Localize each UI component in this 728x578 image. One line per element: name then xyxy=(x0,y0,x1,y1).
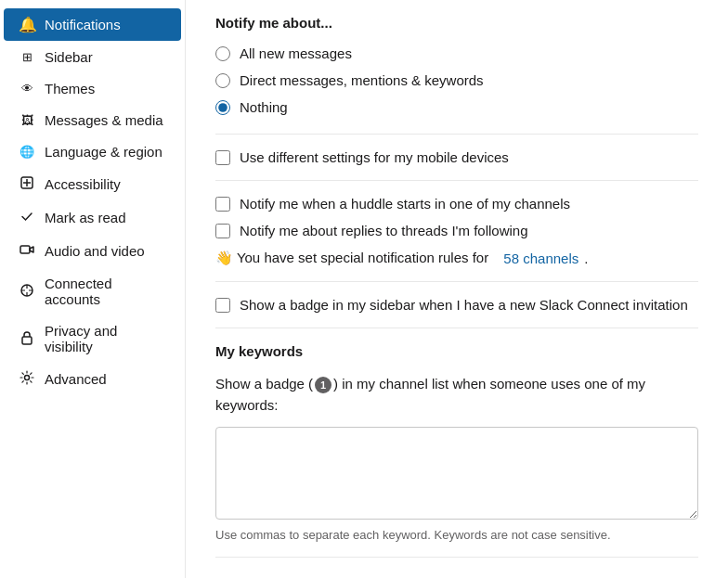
slack-connect-label[interactable]: Show a badge in my sidebar when I have a… xyxy=(240,297,688,313)
keywords-textarea[interactable] xyxy=(215,427,698,520)
sidebar-item-label: Sidebar xyxy=(45,49,93,65)
divider-5 xyxy=(215,557,698,558)
sidebar-item-themes[interactable]: 👁 Themes xyxy=(4,73,181,104)
threads-label[interactable]: Notify me about replies to threads I'm f… xyxy=(240,223,528,238)
sidebar-item-privacy-visibility[interactable]: Privacy and visibility xyxy=(4,315,181,362)
keywords-hint: Use commas to separate each keyword. Key… xyxy=(215,528,698,542)
checkmark-icon xyxy=(19,209,35,226)
sidebar-item-advanced[interactable]: Advanced xyxy=(4,363,181,395)
radio-all-messages-label[interactable]: All new messages xyxy=(240,45,352,61)
bell-icon: 🔔 xyxy=(19,16,35,33)
connected-icon xyxy=(19,283,35,301)
threads-checkbox[interactable] xyxy=(215,224,230,238)
keywords-desc-before: Show a badge ( xyxy=(215,376,313,392)
huddle-checkbox[interactable] xyxy=(215,197,230,212)
divider-3 xyxy=(215,281,698,282)
radio-direct-messages[interactable]: Direct messages, mentions & keywords xyxy=(215,72,698,88)
sidebar-item-language-region[interactable]: 🌐 Language & region xyxy=(4,136,181,167)
divider-1 xyxy=(215,134,698,135)
mobile-devices-checkbox[interactable] xyxy=(215,150,230,165)
sidebar-icon: ⊞ xyxy=(19,50,35,64)
notify-section-title: Notify me about... xyxy=(215,15,698,31)
sidebar-item-label: Audio and video xyxy=(45,243,145,259)
sidebar-item-audio-video[interactable]: Audio and video xyxy=(4,235,181,267)
threads-checkbox-option[interactable]: Notify me about replies to threads I'm f… xyxy=(215,223,698,238)
radio-nothing[interactable]: Nothing xyxy=(215,99,698,115)
sidebar-item-label: Themes xyxy=(45,81,95,96)
slack-connect-checkbox-option[interactable]: Show a badge in my sidebar when I have a… xyxy=(215,297,698,313)
lock-icon xyxy=(19,330,35,348)
slack-connect-checkbox[interactable] xyxy=(215,298,230,313)
keywords-description: Show a badge (1) in my channel list when… xyxy=(215,374,698,416)
sidebar-item-notifications[interactable]: 🔔 Notifications xyxy=(4,8,181,41)
sidebar-item-mark-as-read[interactable]: Mark as read xyxy=(4,201,181,234)
svg-rect-5 xyxy=(22,337,32,344)
sidebar-item-label: Privacy and visibility xyxy=(45,323,166,354)
radio-all-messages-input[interactable] xyxy=(215,46,230,61)
channel-notice: 👋 You have set special notification rule… xyxy=(215,250,698,266)
sidebar-item-label: Language & region xyxy=(45,144,162,160)
radio-direct-messages-input[interactable] xyxy=(215,73,230,88)
svg-rect-3 xyxy=(20,246,30,253)
sidebar: 🔔 Notifications ⊞ Sidebar 👁 Themes 🖼 Mes… xyxy=(0,0,186,578)
svg-point-6 xyxy=(25,376,30,380)
mobile-checkbox-option[interactable]: Use different settings for my mobile dev… xyxy=(215,149,698,165)
mobile-devices-label[interactable]: Use different settings for my mobile dev… xyxy=(240,149,509,165)
main-content: Notify me about... All new messages Dire… xyxy=(186,0,728,578)
globe-icon: 🌐 xyxy=(19,145,35,159)
huddle-label[interactable]: Notify me when a huddle starts in one of… xyxy=(240,196,570,212)
channel-notice-link[interactable]: 58 channels xyxy=(503,250,578,266)
sidebar-item-label: Notifications xyxy=(45,17,121,32)
sidebar-item-messages-media[interactable]: 🖼 Messages & media xyxy=(4,105,181,135)
radio-all-messages[interactable]: All new messages xyxy=(215,45,698,61)
sidebar-item-accessibility[interactable]: Accessibility xyxy=(4,168,181,200)
sidebar-item-connected-accounts[interactable]: Connected accounts xyxy=(4,268,181,315)
radio-nothing-label[interactable]: Nothing xyxy=(240,99,288,115)
keywords-section: My keywords Show a badge (1) in my chann… xyxy=(215,343,698,542)
notify-radio-group: All new messages Direct messages, mentio… xyxy=(215,45,698,115)
radio-direct-messages-label[interactable]: Direct messages, mentions & keywords xyxy=(240,72,484,88)
sidebar-item-label: Advanced xyxy=(45,371,107,387)
radio-nothing-input[interactable] xyxy=(215,100,230,115)
sidebar-item-label: Connected accounts xyxy=(45,276,166,307)
gear-icon xyxy=(19,370,35,388)
channel-notice-prefix: 👋 You have set special notification rule… xyxy=(215,250,488,266)
image-icon: 🖼 xyxy=(19,113,35,127)
sidebar-item-label: Accessibility xyxy=(45,176,121,192)
keywords-title: My keywords xyxy=(215,343,698,359)
keywords-badge: 1 xyxy=(315,377,332,393)
eye-icon: 👁 xyxy=(19,82,35,96)
divider-4 xyxy=(215,328,698,328)
accessibility-icon xyxy=(19,175,35,193)
divider-2 xyxy=(215,180,698,181)
sidebar-item-label: Messages & media xyxy=(45,112,163,128)
huddle-checkbox-option[interactable]: Notify me when a huddle starts in one of… xyxy=(215,196,698,212)
channel-notice-suffix: . xyxy=(584,250,588,266)
camera-icon xyxy=(19,242,35,260)
sidebar-item-sidebar[interactable]: ⊞ Sidebar xyxy=(4,42,181,72)
sidebar-item-label: Mark as read xyxy=(45,210,126,225)
